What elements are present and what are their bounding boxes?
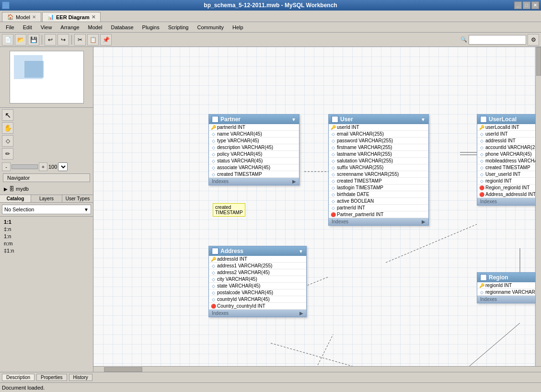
menu-help[interactable]: Help: [229, 23, 247, 31]
tab-properties[interactable]: Properties: [36, 374, 67, 381]
userlocal-row-fk-region[interactable]: 🔴 Region_regionId INT: [477, 184, 541, 191]
userlocal-row-useruserid[interactable]: ◇ User_userId INT: [477, 171, 541, 178]
menu-arrange[interactable]: Arrange: [57, 23, 83, 31]
menu-view[interactable]: View: [37, 23, 56, 31]
address-expand-icon[interactable]: ▼: [299, 249, 303, 254]
minimize-button[interactable]: _: [514, 1, 522, 9]
userlocal-footer[interactable]: Indexes ▶: [477, 198, 541, 205]
navigator-button[interactable]: Navigator: [3, 173, 90, 182]
user-row-screenname[interactable]: ◇ screenname VARCHAR(255): [329, 171, 428, 178]
copy-button[interactable]: 📋: [87, 34, 99, 46]
user-row-lastlogin[interactable]: ◇ lastlogin TIMESTAMP: [329, 184, 428, 191]
user-row-salutation[interactable]: ◇ salutation VARCHAR(255): [329, 158, 428, 164]
select-tool[interactable]: ↖: [2, 109, 13, 121]
hscroll-thumb[interactable]: [104, 367, 142, 372]
menu-file[interactable]: File: [2, 23, 18, 31]
open-button[interactable]: 📂: [15, 34, 26, 46]
table-partner[interactable]: Partner ▼ 🔑 partnerId INT ◇ name VARCHAR…: [208, 114, 299, 185]
region-row-name[interactable]: ◇ regionname VARCHAR(255): [477, 289, 541, 296]
table-userlocal[interactable]: UserLocal ▼ 🔑 userLocalId INT ◇ userId I…: [477, 114, 541, 206]
user-row-partnerid[interactable]: ◇ partnerId INT: [329, 205, 428, 211]
catalog-tab-catalog[interactable]: Catalog: [0, 195, 31, 202]
maximize-button[interactable]: □: [523, 1, 530, 9]
userlocal-row-fk-address[interactable]: 🔴 Address_addressId INT: [477, 191, 541, 198]
address-row-city[interactable]: ◇ city VARCHAR(45): [209, 276, 306, 283]
vertical-scrollbar[interactable]: [535, 47, 541, 366]
address-row-countryid[interactable]: ◇ countryId VARCHAR(45): [209, 296, 306, 303]
partner-row-status[interactable]: ◇ status VARCHAR(45): [209, 158, 299, 164]
tab-model[interactable]: 🏠 Model ✕: [2, 12, 41, 22]
menu-scripting[interactable]: Scripting: [164, 23, 193, 31]
region-row-pk[interactable]: 🔑 regionId INT: [477, 282, 541, 289]
table-user[interactable]: User ▼ 🔑 userId INT ◇ email VARCHAR(255)…: [328, 114, 429, 226]
tab-model-close[interactable]: ✕: [32, 14, 36, 20]
relation-dagger-n[interactable]: ‡:n: [2, 226, 91, 232]
zoom-slider[interactable]: [12, 164, 38, 169]
user-expand-icon[interactable]: ▼: [421, 117, 426, 122]
no-selection-dropdown[interactable]: No Selection ▼: [2, 205, 91, 214]
new-button[interactable]: 📄: [2, 34, 13, 46]
redo-button[interactable]: ↪: [58, 34, 69, 46]
partner-row-created[interactable]: ◇ created TIMESTAMP: [209, 171, 299, 178]
address-footer[interactable]: Indexes ▶: [209, 310, 306, 317]
search-input[interactable]: [469, 35, 526, 45]
horizontal-scrollbar[interactable]: [93, 366, 541, 372]
cut-button[interactable]: ✂: [74, 34, 86, 46]
table-address[interactable]: Address ▼ 🔑 addressId INT ◇ address1 VAR…: [208, 246, 307, 317]
user-row-birthdate[interactable]: ◇ birthdate DATE: [329, 191, 428, 198]
tab-eer-close[interactable]: ✕: [92, 14, 95, 20]
eraser-tool[interactable]: ◇: [2, 135, 13, 147]
user-row-fk-partner[interactable]: 🔴 Partner_partnerId INT: [329, 211, 428, 218]
partner-expand-icon[interactable]: ▼: [291, 117, 296, 122]
address-row-fk-country[interactable]: 🔴 Country_countryId INT: [209, 303, 306, 310]
userlocal-row-created[interactable]: ◇ created TIMESTAMP: [477, 164, 541, 171]
tree-root[interactable]: ▶ 🗄 mydb: [2, 185, 91, 193]
tab-eer[interactable]: 📊 EER Diagram ✕: [42, 12, 101, 22]
address-row-state[interactable]: ◇ state VARCHAR(45): [209, 283, 306, 289]
catalog-tab-layers[interactable]: Layers: [31, 195, 62, 202]
userlocal-row-mobile[interactable]: ◇ mobileaddress VARCHAR(255): [477, 158, 541, 164]
save-button[interactable]: 💾: [28, 34, 39, 46]
partner-row-type[interactable]: ◇ type VARCHAR(45): [209, 138, 299, 144]
tab-history[interactable]: History: [69, 374, 92, 381]
relation-dagger-1-n[interactable]: ‡1:n: [2, 247, 91, 254]
user-row-email[interactable]: ◇ email VARCHAR(255): [329, 131, 428, 138]
hand-tool[interactable]: ✋: [2, 122, 13, 134]
close-button[interactable]: ✕: [531, 1, 539, 9]
paste-button[interactable]: 📌: [100, 34, 112, 46]
address-row-addr1[interactable]: ◇ address1 VARCHAR(255): [209, 263, 306, 269]
zoom-out-button[interactable]: -: [2, 162, 11, 171]
partner-row-name[interactable]: ◇ name VARCHAR(45): [209, 131, 299, 138]
partner-row-policy[interactable]: ◇ policy VARCHAR(45): [209, 151, 299, 158]
menu-database[interactable]: Database: [107, 23, 137, 31]
zoom-select[interactable]: [58, 162, 68, 171]
pen-tool[interactable]: ✏: [2, 148, 13, 160]
address-row-pk[interactable]: 🔑 addressId INT: [209, 256, 306, 263]
relation-n-m[interactable]: n:m: [2, 240, 91, 247]
relation-1-1[interactable]: 1:1: [2, 219, 91, 225]
catalog-tab-usertypes[interactable]: User Types: [62, 195, 93, 202]
menu-edit[interactable]: Edit: [19, 23, 36, 31]
userlocal-row-phone[interactable]: ◇ phone VARCHAR(45): [477, 151, 541, 158]
user-row-firstname[interactable]: ◇ firstname VARCHAR(255): [329, 144, 428, 151]
undo-button[interactable]: ↩: [45, 34, 56, 46]
user-row-active[interactable]: ◇ active BOOLEAN: [329, 198, 428, 205]
address-row-postal[interactable]: ◇ postalcode VARCHAR(45): [209, 289, 306, 296]
user-row-suffix[interactable]: ◇ suffix VARCHAR(255): [329, 164, 428, 171]
partner-footer[interactable]: Indexes ▶: [209, 178, 299, 185]
tab-description[interactable]: Description: [2, 374, 35, 381]
zoom-in-button[interactable]: +: [39, 162, 47, 171]
partner-row-description[interactable]: ◇ description VARCHAR(45): [209, 144, 299, 151]
menu-model[interactable]: Model: [84, 23, 106, 31]
search-button[interactable]: ⚙: [528, 34, 539, 46]
user-row-password[interactable]: ◇ password VARCHAR(255): [329, 138, 428, 144]
region-footer[interactable]: Indexes ▶: [477, 296, 541, 303]
eer-canvas[interactable]: Partner ▼ 🔑 partnerId INT ◇ name VARCHAR…: [93, 47, 541, 366]
userlocal-row-accountid[interactable]: ◇ accountId VARCHAR(255): [477, 144, 541, 151]
partner-row-associate[interactable]: ◇ associate VARCHAR(45): [209, 164, 299, 171]
table-region[interactable]: Region ▼ 🔑 regionId INT ◇ regionname VAR…: [477, 272, 541, 303]
userlocal-row-addressid[interactable]: ◇ addressId INT: [477, 138, 541, 144]
user-row-created[interactable]: ◇ created TIMESTAMP: [329, 178, 428, 184]
userlocal-row-userid[interactable]: ◇ userId INT: [477, 131, 541, 138]
userlocal-row-pk[interactable]: 🔑 userLocalId INT: [477, 124, 541, 131]
